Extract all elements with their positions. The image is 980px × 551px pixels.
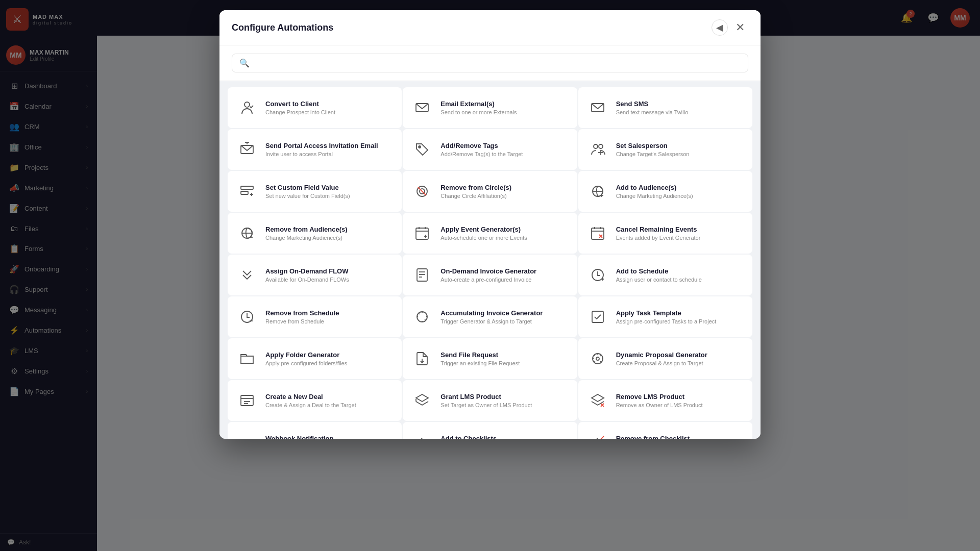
accumulating-invoice-generator-name: Accumulating Invoice Generator	[440, 309, 569, 317]
automation-item-set-custom-field[interactable]: Set Custom Field Value Set new value for…	[228, 171, 402, 212]
remove-from-audiences-desc: Change Marketing Audience(s)	[265, 235, 394, 241]
automation-item-apply-event-generator[interactable]: Apply Event Generator(s) Auto-schedule o…	[403, 213, 577, 254]
add-remove-tags-desc: Add/Remove Tag(s) to the Target	[440, 151, 569, 157]
add-remove-tags-name: Add/Remove Tags	[440, 142, 569, 149]
automation-item-send-portal-access[interactable]: Send Portal Access Invitation Email Invi…	[228, 129, 402, 170]
cancel-remaining-events-desc: Events added by Event Generator	[616, 235, 744, 241]
automation-item-email-externals[interactable]: Email External(s) Send to one or more Ex…	[403, 87, 577, 128]
automation-item-remove-from-circle[interactable]: Remove from Circle(s) Change Circle Affi…	[403, 171, 577, 212]
email-externals-icon	[411, 96, 433, 119]
modal-search-area: 🔍	[219, 45, 761, 81]
automation-item-apply-folder-generator[interactable]: Apply Folder Generator Apply pre-configu…	[228, 338, 402, 379]
create-new-deal-icon	[236, 389, 258, 412]
set-salesperson-name: Set Salesperson	[616, 142, 744, 149]
remove-from-checklist-name: Remove from Checklist	[616, 435, 744, 439]
set-salesperson-icon	[586, 138, 609, 161]
automation-item-add-to-checklists[interactable]: Add to Checklists Assign Target to Check…	[403, 422, 577, 439]
apply-task-template-icon	[586, 306, 609, 328]
automation-item-assign-on-demand-flow[interactable]: Assign On-Demand FLOW Available for On-D…	[228, 255, 402, 295]
search-wrapper: 🔍	[232, 54, 748, 72]
svg-rect-10	[241, 186, 253, 189]
on-demand-invoice-generator-desc: Auto-create a pre-configured Invoice	[440, 277, 569, 283]
remove-from-audiences-name: Remove from Audience(s)	[265, 226, 394, 233]
add-to-schedule-desc: Assign user or contact to schedule	[616, 277, 744, 283]
create-new-deal-desc: Create & Assign a Deal to the Target	[265, 402, 394, 408]
automation-item-apply-task-template[interactable]: Apply Task Template Assign pre-configure…	[578, 296, 752, 337]
add-to-audiences-icon	[586, 180, 609, 203]
automation-item-add-remove-tags[interactable]: Add/Remove Tags Add/Remove Tag(s) to the…	[403, 129, 577, 170]
automation-item-convert-to-client[interactable]: Convert to Client Change Prospect into C…	[228, 87, 402, 128]
accumulating-invoice-generator-desc: Trigger Generator & Assign to Target	[440, 318, 569, 324]
grant-lms-product-icon	[411, 389, 433, 412]
automation-item-add-to-audiences[interactable]: Add to Audience(s) Change Marketing Audi…	[578, 171, 752, 212]
webhook-notification-icon	[236, 431, 258, 439]
svg-rect-46	[592, 311, 603, 322]
send-file-request-icon	[411, 347, 433, 370]
remove-lms-product-desc: Remove as Owner of LMS Product	[616, 402, 744, 408]
automation-item-create-new-deal[interactable]: Create a New Deal Create & Assign a Deal…	[228, 380, 402, 421]
grant-lms-product-desc: Set Target as Owner of LMS Product	[440, 402, 569, 408]
automation-item-add-to-schedule[interactable]: Add to Schedule Assign user or contact t…	[578, 255, 752, 295]
automation-item-cancel-remaining-events[interactable]: Cancel Remaining Events Events added by …	[578, 213, 752, 254]
automation-item-accumulating-invoice-generator[interactable]: Accumulating Invoice Generator Trigger G…	[403, 296, 577, 337]
add-to-schedule-icon	[586, 264, 609, 286]
automation-item-webhook-notification[interactable]: Webhook Notification Fire a webhook to y…	[228, 422, 402, 439]
modal-header: Configure Automations ◀ ✕	[219, 10, 761, 45]
email-externals-name: Email External(s)	[440, 100, 569, 108]
add-to-audiences-desc: Change Marketing Audience(s)	[616, 193, 744, 199]
remove-from-circle-desc: Change Circle Affiliation(s)	[440, 193, 569, 199]
create-new-deal-name: Create a New Deal	[265, 393, 394, 400]
add-remove-tags-icon	[411, 138, 433, 161]
automation-item-send-file-request[interactable]: Send File Request Trigger an existing Fi…	[403, 338, 577, 379]
modal-close-button[interactable]: ✕	[732, 19, 748, 36]
automation-item-remove-from-audiences[interactable]: Remove from Audience(s) Change Marketing…	[228, 213, 402, 254]
modal-title: Configure Automations	[232, 22, 333, 33]
apply-task-template-desc: Assign pre-configured Tasks to a Project	[616, 318, 744, 324]
svg-point-48	[593, 354, 603, 364]
dynamic-proposal-generator-icon	[586, 347, 609, 370]
automation-grid: Convert to Client Change Prospect into C…	[219, 81, 761, 439]
remove-from-circle-name: Remove from Circle(s)	[440, 184, 569, 191]
send-sms-name: Send SMS	[616, 100, 744, 108]
remove-from-schedule-desc: Remove from Schedule	[265, 318, 394, 324]
automation-item-remove-from-schedule[interactable]: Remove from Schedule Remove from Schedul…	[228, 296, 402, 337]
dynamic-proposal-generator-desc: Create Proposal & Assign to Target	[616, 360, 744, 366]
convert-to-client-name: Convert to Client	[265, 100, 394, 108]
apply-task-template-name: Apply Task Template	[616, 309, 744, 317]
convert-to-client-desc: Change Prospect into Client	[265, 109, 394, 115]
set-custom-field-name: Set Custom Field Value	[265, 184, 394, 191]
add-to-audiences-name: Add to Audience(s)	[616, 184, 744, 191]
remove-from-schedule-name: Remove from Schedule	[265, 309, 394, 317]
add-to-checklists-name: Add to Checklists	[440, 435, 569, 439]
automation-item-remove-from-checklist[interactable]: Remove from Checklist Remove Target from…	[578, 422, 752, 439]
remove-from-schedule-icon	[236, 306, 258, 328]
svg-rect-24	[416, 228, 428, 239]
apply-folder-generator-name: Apply Folder Generator	[265, 351, 394, 359]
automation-item-send-sms[interactable]: Send SMS Send text message via Twilio	[578, 87, 752, 128]
automation-item-grant-lms-product[interactable]: Grant LMS Product Set Target as Owner of…	[403, 380, 577, 421]
cancel-remaining-events-icon	[586, 222, 609, 244]
svg-point-45	[417, 312, 427, 322]
automation-item-set-salesperson[interactable]: Set Salesperson Change Target's Salesper…	[578, 129, 752, 170]
svg-rect-50	[241, 395, 253, 406]
assign-on-demand-flow-icon	[236, 264, 258, 286]
search-input[interactable]	[255, 59, 741, 67]
webhook-notification-name: Webhook Notification	[265, 435, 394, 439]
modal-back-button[interactable]: ◀	[712, 19, 728, 36]
svg-rect-11	[241, 191, 248, 194]
accumulating-invoice-generator-icon	[411, 306, 433, 328]
send-portal-access-icon	[236, 138, 258, 161]
svg-point-6	[594, 144, 598, 148]
svg-point-5	[419, 146, 421, 148]
svg-point-49	[596, 357, 599, 360]
set-custom-field-desc: Set new value for Custom Field(s)	[265, 193, 394, 199]
grant-lms-product-name: Grant LMS Product	[440, 393, 569, 400]
set-custom-field-icon	[236, 180, 258, 203]
automation-item-on-demand-invoice-generator[interactable]: On-Demand Invoice Generator Auto-create …	[403, 255, 577, 295]
cancel-remaining-events-name: Cancel Remaining Events	[616, 226, 744, 233]
send-portal-access-desc: Invite user to access Portal	[265, 151, 394, 157]
modal-header-actions: ◀ ✕	[712, 19, 748, 36]
automation-item-dynamic-proposal-generator[interactable]: Dynamic Proposal Generator Create Propos…	[578, 338, 752, 379]
apply-event-generator-icon	[411, 222, 433, 244]
automation-item-remove-lms-product[interactable]: Remove LMS Product Remove as Owner of LM…	[578, 380, 752, 421]
